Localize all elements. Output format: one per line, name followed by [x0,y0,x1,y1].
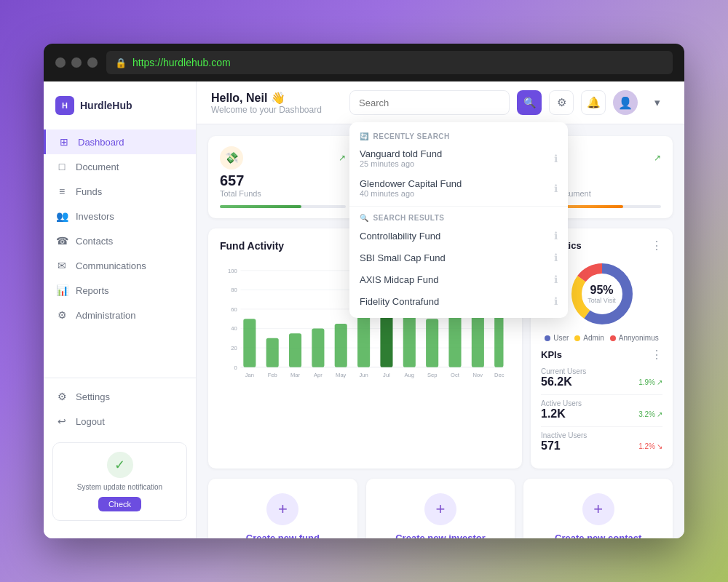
recently-search-label: 🔄 RECENTLY SEARCH [349,128,568,143]
notifications-button[interactable]: 🔔 [581,90,606,115]
sidebar-item-communications[interactable]: ✉ Communications [44,253,196,278]
sidebar-item-administration[interactable]: ⚙ Administration [44,303,196,327]
create-contact-label: Create new contact [555,533,641,538]
svg-text:Mar: Mar [290,372,301,378]
settings-button[interactable]: ⚙ [549,90,574,115]
bottom-row: + Create new fund + Create new investor … [208,479,673,538]
svg-text:Apr: Apr [314,372,323,378]
sidebar-item-contacts[interactable]: ☎ Contacts [44,228,196,253]
current-users-change: 1.9% ↗ [638,378,662,386]
recent-item-1[interactable]: Vanguard told Fund 25 minutes ago ℹ [349,143,568,173]
donut-chart: 95% Total Visit [569,261,635,327]
kpis-title: KPIs [541,349,562,360]
funds-bar [220,205,301,208]
dot-red [55,57,66,68]
sidebar-item-document[interactable]: □ Document [44,154,196,179]
svg-text:Oct: Oct [451,372,460,378]
recent-item-icon-2: ℹ [554,183,558,194]
active-users-value: 1.2K [541,407,566,420]
svg-text:Aug: Aug [405,372,415,378]
sidebar-item-logout[interactable]: ↩ Logout [44,409,196,434]
check-circle: ✓ [107,452,133,478]
sidebar-item-settings[interactable]: ⚙ Settings [44,384,196,409]
result-item-3[interactable]: AXIS Midcap Fund ℹ [349,268,568,290]
sidebar-item-reports[interactable]: 📊 Reports [44,278,196,303]
check-button[interactable]: Check [98,497,141,511]
result-icon-4: ℹ [554,295,558,307]
admin-dot [574,335,580,341]
kpi-current-users: Current Users 56.2K 1.9% ↗ [541,367,662,388]
sidebar-item-dashboard[interactable]: ⊞ Dashboard [44,129,196,154]
sidebar-item-label: Document [76,162,119,172]
create-investor-card[interactable]: + Create new investor [366,479,515,538]
create-fund-card[interactable]: + Create new fund [208,479,357,538]
result-icon-1: ℹ [554,230,558,242]
sidebar-bottom: ⚙ Settings ↩ Logout ✓ System update noti… [44,378,196,527]
dot-yellow [71,57,82,68]
svg-text:Nov: Nov [473,372,483,378]
svg-rect-15 [312,329,324,367]
svg-text:80: 80 [231,287,237,293]
app-container: H HurdleHub ⊞ Dashboard □ Document ≡ Fun… [44,81,684,538]
result-item-1[interactable]: Controllability Fund ℹ [349,225,568,247]
sidebar-nav: ⊞ Dashboard □ Document ≡ Funds 👥 Investo… [44,129,196,327]
sidebar-item-label: Contacts [76,236,113,247]
dashboard-icon: ⊞ [58,136,71,148]
analytics-more-button[interactable]: ⋮ [651,239,662,252]
search-input[interactable] [349,90,510,115]
funds-stat-icon: 💸 [220,146,243,170]
result-item-2[interactable]: SBI Small Cap Fund ℹ [349,247,568,268]
user-avatar[interactable]: 👤 [613,90,638,115]
svg-rect-12 [243,319,256,367]
result-item-4[interactable]: Fidelity Contrafund ℹ [349,290,568,312]
sidebar-item-investors[interactable]: 👥 Investors [44,204,196,228]
inactive-users-value: 571 [541,439,561,453]
recent-item-2[interactable]: Glendower Capital Fund 40 minutes ago ℹ [349,173,568,203]
notification-text: System update notification [62,482,178,493]
notification-box: ✓ System update notification Check [52,442,187,521]
svg-text:60: 60 [231,306,237,313]
svg-text:40: 40 [231,325,237,332]
sidebar-settings-label: Settings [76,391,110,402]
svg-text:100: 100 [228,268,237,274]
search-wrapper: 🔄 RECENTLY SEARCH Vanguard told Fund 25 … [349,90,510,115]
inactive-users-change: 1.2% ↘ [638,442,662,450]
sidebar: H HurdleHub ⊞ Dashboard □ Document ≡ Fun… [44,81,197,538]
funds-label: Total Funds [220,189,346,198]
sidebar-item-label: Investors [76,211,114,222]
current-users-value: 56.2K [541,375,572,388]
create-fund-label: Create new fund [246,533,320,538]
funds-value: 657 [220,172,346,189]
svg-text:Sep: Sep [427,372,438,378]
plus-icon-contact: + [582,493,614,525]
document-icon: □ [55,161,68,172]
docs-arrow: ↗ [654,153,661,163]
avatar-dropdown-button[interactable]: ▾ [645,90,670,115]
donut-percent: 95% [587,284,615,297]
kpis-section: KPIs ⋮ Current Users 56.2K 1.9% ↗ [541,348,662,453]
investors-icon: 👥 [55,210,68,222]
search-results-label: 🔍 SEARCH RESULTS [349,210,568,225]
svg-text:0: 0 [234,364,237,371]
stat-card-funds: 💸 ↗ 657 Total Funds [208,136,357,218]
sidebar-item-label: Dashboard [78,137,124,148]
reports-icon: 📊 [55,284,68,296]
result-icon-3: ℹ [554,274,558,285]
anon-legend-label: Annyonimus [619,334,659,342]
svg-rect-22 [403,314,416,367]
result-icon-2: ℹ [554,252,558,263]
legend-admin: Admin [574,334,604,342]
search-button[interactable]: 🔍 [517,90,542,115]
url-text: https://hurdlehub.com [132,57,231,68]
url-bar[interactable]: 🔒 https://hurdlehub.com [106,51,673,74]
donut-label: Total Visit [587,297,615,304]
logout-icon: ↩ [55,415,68,427]
sidebar-item-label: Reports [76,285,109,296]
kpis-more-button[interactable]: ⋮ [651,348,662,362]
svg-rect-23 [426,319,438,367]
kpi-active-users: Active Users 1.2K 3.2% ↗ [541,399,662,420]
create-contact-card[interactable]: + Create new contact [523,479,673,538]
logo-box: H [55,96,74,115]
search-results-icon: 🔍 [360,214,369,222]
sidebar-item-funds[interactable]: ≡ Funds [44,179,196,204]
